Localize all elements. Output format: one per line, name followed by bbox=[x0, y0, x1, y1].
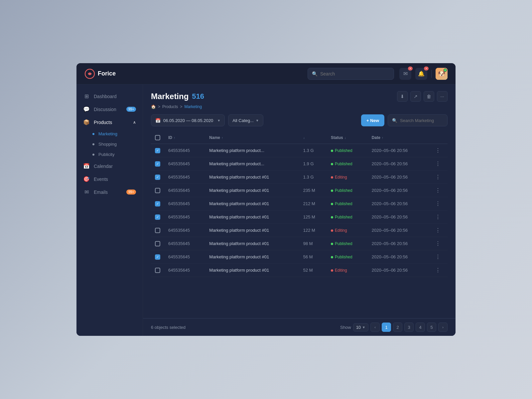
sidebar-item-calendar[interactable]: 📅 Calendar bbox=[76, 160, 143, 173]
row-actions-cell[interactable]: ⋮ bbox=[429, 250, 448, 264]
sidebar-item-marketing[interactable]: Marketing bbox=[76, 129, 143, 139]
new-button[interactable]: + New bbox=[361, 114, 384, 126]
events-icon: 🎯 bbox=[83, 176, 90, 182]
row-actions-cell[interactable]: ⋮ bbox=[429, 197, 448, 210]
page-5-button[interactable]: 5 bbox=[427, 323, 436, 332]
row-checkbox[interactable] bbox=[155, 228, 160, 233]
row-more-button[interactable]: ⋮ bbox=[433, 147, 444, 154]
search-marketing-input[interactable] bbox=[400, 118, 443, 123]
layout: ⊞ Dashboard 💬 Discussion 99+ 📦 Products … bbox=[76, 84, 456, 336]
mail-button[interactable]: ✉ • bbox=[399, 68, 411, 80]
row-date: 2020–05–06 20:56 bbox=[368, 144, 429, 157]
row-checkbox-cell[interactable]: ✓ bbox=[151, 197, 164, 210]
row-checkbox-cell[interactable] bbox=[151, 224, 164, 237]
row-checkbox-cell[interactable]: ✓ bbox=[151, 157, 164, 171]
row-checkbox[interactable] bbox=[155, 241, 160, 246]
sidebar-item-products[interactable]: 📦 Products ∧ bbox=[76, 116, 143, 129]
notification-button[interactable]: 🔔 • bbox=[415, 68, 427, 80]
col-header-id[interactable]: ID↑ bbox=[164, 132, 205, 144]
row-checkbox[interactable]: ✓ bbox=[155, 201, 160, 206]
row-checkbox-cell[interactable]: ✓ bbox=[151, 144, 164, 157]
row-more-button[interactable]: ⋮ bbox=[433, 187, 444, 194]
sidebar-item-dashboard[interactable]: ⊞ Dashboard bbox=[76, 90, 143, 103]
col-date-label: Date bbox=[372, 135, 380, 140]
row-name: Marketing platform product #01 bbox=[205, 237, 299, 250]
sidebar-item-discussion[interactable]: 💬 Discussion 99+ bbox=[76, 103, 143, 116]
sidebar-item-emails[interactable]: ✉ Emails 99+ bbox=[76, 186, 143, 199]
app-header: Forice 🔍 ✉ • 🔔 • 🐶 bbox=[76, 63, 456, 84]
row-checkbox[interactable]: ✓ bbox=[155, 175, 160, 180]
page-1-button[interactable]: 1 bbox=[382, 323, 391, 332]
row-checkbox[interactable]: ✓ bbox=[155, 254, 160, 260]
show-select[interactable]: 10 ▼ bbox=[353, 323, 368, 332]
next-page-button[interactable]: › bbox=[438, 323, 448, 332]
row-actions-cell[interactable]: ⋮ bbox=[429, 264, 448, 277]
page-2-button[interactable]: 2 bbox=[393, 323, 402, 332]
delete-button[interactable]: 🗑 bbox=[424, 91, 434, 102]
row-checkbox-cell[interactable] bbox=[151, 184, 164, 197]
avatar-button[interactable]: 🐶 bbox=[436, 68, 448, 80]
col-header-checkbox[interactable] bbox=[151, 132, 164, 144]
page-4-button[interactable]: 4 bbox=[416, 323, 425, 332]
global-search-bar[interactable]: 🔍 bbox=[308, 68, 394, 80]
row-actions-cell[interactable]: ⋮ bbox=[429, 144, 448, 157]
row-status: Published bbox=[327, 237, 368, 250]
row-checkbox-cell[interactable]: ✓ bbox=[151, 250, 164, 264]
row-more-button[interactable]: ⋮ bbox=[433, 240, 444, 247]
prev-page-button[interactable]: ‹ bbox=[370, 323, 380, 332]
breadcrumb-products[interactable]: Products bbox=[162, 104, 178, 109]
calendar-icon-picker: 📅 bbox=[155, 118, 161, 123]
col-name-label: Name bbox=[209, 135, 220, 140]
row-checkbox[interactable] bbox=[155, 188, 160, 193]
row-id: 645535645 bbox=[164, 237, 205, 250]
col-header-status[interactable]: Status↓ bbox=[327, 132, 368, 144]
share-button[interactable]: ↗ bbox=[410, 91, 421, 102]
row-actions-cell[interactable]: ⋮ bbox=[429, 157, 448, 171]
row-more-button[interactable]: ⋮ bbox=[433, 214, 444, 220]
row-more-button[interactable]: ⋮ bbox=[433, 161, 444, 167]
row-more-button[interactable]: ⋮ bbox=[433, 267, 444, 273]
col-header-date[interactable]: Date↑ bbox=[368, 132, 429, 144]
sidebar-item-shopping[interactable]: Shopping bbox=[76, 139, 143, 149]
select-all-checkbox[interactable] bbox=[155, 135, 160, 140]
online-indicator bbox=[444, 68, 447, 72]
global-search-input[interactable] bbox=[320, 71, 390, 76]
discussion-badge: 99+ bbox=[126, 107, 136, 112]
row-actions-cell[interactable]: ⋮ bbox=[429, 210, 448, 224]
sidebar-item-publicity[interactable]: Publicity bbox=[76, 149, 143, 160]
status-dot bbox=[331, 243, 333, 245]
breadcrumb-home[interactable]: 🏠 bbox=[151, 104, 156, 109]
row-checkbox-cell[interactable] bbox=[151, 264, 164, 277]
more-button[interactable]: ··· bbox=[437, 91, 448, 102]
row-more-button[interactable]: ⋮ bbox=[433, 174, 444, 180]
download-button[interactable]: ⬇ bbox=[397, 91, 408, 102]
row-checkbox-cell[interactable]: ✓ bbox=[151, 171, 164, 184]
row-checkbox[interactable]: ✓ bbox=[155, 214, 160, 220]
row-checkbox-cell[interactable]: ✓ bbox=[151, 210, 164, 224]
date-picker[interactable]: 📅 06.05.2020 — 08.05.2020 ▼ bbox=[151, 114, 225, 126]
row-actions-cell[interactable]: ⋮ bbox=[429, 224, 448, 237]
row-checkbox[interactable]: ✓ bbox=[155, 161, 160, 167]
category-select[interactable]: All Categ... ▼ bbox=[228, 114, 263, 126]
calendar-icon: 📅 bbox=[83, 163, 90, 169]
row-date: 2020–05–06 20:56 bbox=[368, 250, 429, 264]
row-id: 645535645 bbox=[164, 197, 205, 210]
dashboard-icon: ⊞ bbox=[83, 93, 90, 99]
row-actions-cell[interactable]: ⋮ bbox=[429, 171, 448, 184]
row-actions-cell[interactable]: ⋮ bbox=[429, 237, 448, 250]
row-more-button[interactable]: ⋮ bbox=[433, 227, 444, 233]
sidebar-item-events[interactable]: 🎯 Events bbox=[76, 173, 143, 186]
row-more-button[interactable]: ⋮ bbox=[433, 200, 444, 207]
col-header-name[interactable]: Name↑ bbox=[205, 132, 299, 144]
col-header-size[interactable]: ↓ bbox=[299, 132, 327, 144]
row-checkbox[interactable]: ✓ bbox=[155, 148, 160, 153]
row-checkbox[interactable] bbox=[155, 268, 160, 273]
search-marketing-bar[interactable]: 🔍 bbox=[388, 114, 448, 126]
row-checkbox-cell[interactable] bbox=[151, 237, 164, 250]
row-more-button[interactable]: ⋮ bbox=[433, 254, 444, 260]
date-sort-icon: ↑ bbox=[382, 136, 383, 140]
row-id: 645535645 bbox=[164, 144, 205, 157]
page-3-button[interactable]: 3 bbox=[404, 323, 414, 332]
show-chevron: ▼ bbox=[362, 326, 365, 329]
row-actions-cell[interactable]: ⋮ bbox=[429, 184, 448, 197]
